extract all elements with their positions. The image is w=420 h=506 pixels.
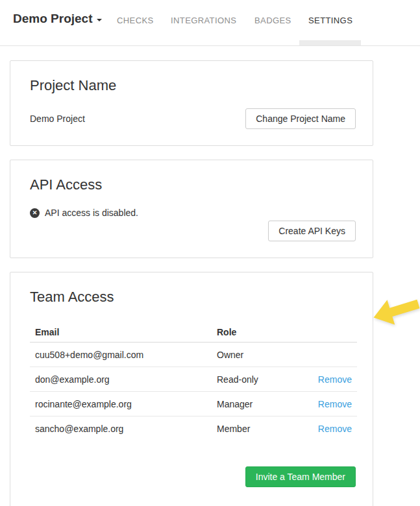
remove-member-link[interactable]: Remove xyxy=(318,374,352,385)
invite-team-member-button[interactable]: Invite a Team Member xyxy=(245,466,356,487)
table-row: sancho@example.org Member Remove xyxy=(30,416,357,440)
team-access-title: Team Access xyxy=(30,289,356,306)
email-column-header: Email xyxy=(30,327,217,337)
project-dropdown-label: Demo Project xyxy=(13,12,92,26)
tab-integrations[interactable]: INTEGRATIONS xyxy=(171,16,236,25)
table-row: rocinante@example.org Manager Remove xyxy=(30,391,357,416)
change-project-name-button[interactable]: Change Project Name xyxy=(245,108,356,129)
member-role: Member xyxy=(217,424,301,434)
role-column-header: Role xyxy=(217,327,301,337)
member-role: Read-only xyxy=(217,374,301,385)
api-access-title: API Access xyxy=(30,176,356,193)
team-members-table: Email Role cuu508+demo@gmail.com Owner d… xyxy=(30,322,357,440)
member-email: rocinante@example.org xyxy=(30,399,217,409)
member-email: cuu508+demo@gmail.com xyxy=(30,350,217,360)
member-role: Manager xyxy=(217,399,301,409)
create-api-keys-button[interactable]: Create API Keys xyxy=(268,221,356,241)
circle-x-icon: ✕ xyxy=(30,208,40,218)
top-nav: Demo Project CHECKS INTEGRATIONS BADGES … xyxy=(0,0,420,46)
member-email: don@example.org xyxy=(30,374,217,385)
project-name-title: Project Name xyxy=(30,77,356,94)
remove-member-link[interactable]: Remove xyxy=(318,399,352,409)
api-access-status: API access is disabled. xyxy=(45,208,138,218)
tab-checks[interactable]: CHECKS xyxy=(117,16,154,25)
caret-down-icon xyxy=(97,19,102,21)
settings-page: Project Name Demo Project Change Project… xyxy=(0,46,420,506)
tab-settings[interactable]: SETTINGS xyxy=(308,16,352,25)
project-dropdown[interactable]: Demo Project xyxy=(13,12,102,26)
remove-member-link[interactable]: Remove xyxy=(318,424,352,434)
member-email: sancho@example.org xyxy=(30,424,217,434)
member-role: Owner xyxy=(217,350,301,360)
table-row: cuu508+demo@gmail.com Owner xyxy=(30,343,357,367)
active-tab-indicator xyxy=(299,40,361,45)
table-row: don@example.org Read-only Remove xyxy=(30,367,357,391)
team-access-card: Team Access Email Role cuu508+demo@gmail… xyxy=(10,272,373,506)
current-project-name: Demo Project xyxy=(30,114,85,124)
api-access-card: API Access ✕ API access is disabled. Cre… xyxy=(10,160,373,258)
tab-badges[interactable]: BADGES xyxy=(254,16,291,25)
project-name-card: Project Name Demo Project Change Project… xyxy=(10,60,373,146)
table-header-row: Email Role xyxy=(30,322,357,343)
